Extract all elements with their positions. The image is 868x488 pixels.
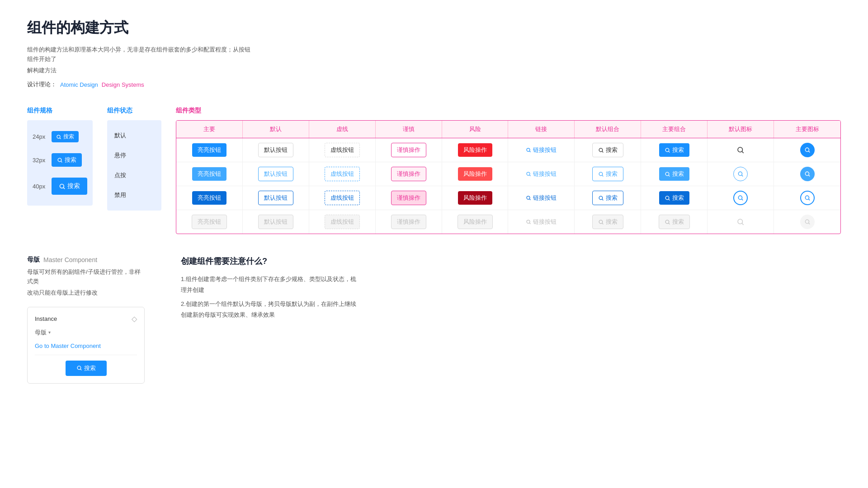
theory-row: 设计理论： Atomic Design Design Systems xyxy=(27,80,841,89)
spec-btn-40[interactable]: 搜索 xyxy=(52,178,87,195)
btn-default-hover[interactable]: 默认按钮 xyxy=(258,167,293,181)
btn-search-default-active[interactable]: 搜索 xyxy=(592,191,623,205)
svg-point-36 xyxy=(527,220,530,223)
cell-primary-hover: 亮亮按钮 xyxy=(176,162,243,186)
svg-line-5 xyxy=(63,188,65,189)
svg-point-28 xyxy=(599,196,603,200)
svg-line-1 xyxy=(60,138,61,139)
spec-btn-32[interactable]: 搜索 xyxy=(52,153,82,167)
svg-point-24 xyxy=(805,172,809,176)
btn-dashed-hover[interactable]: 虚线按钮 xyxy=(325,167,360,181)
btn-warning-hover[interactable]: 谨慎操作 xyxy=(391,167,426,181)
btn-warning-default[interactable]: 谨慎操作 xyxy=(391,143,426,157)
btn-search-default-hover[interactable]: 搜索 xyxy=(592,167,623,181)
cell-search-default-disabled: 搜索 xyxy=(575,210,641,234)
svg-point-20 xyxy=(665,172,669,176)
svg-point-22 xyxy=(738,172,742,176)
svg-point-6 xyxy=(527,148,530,151)
cell-primary-disabled: 亮亮按钮 xyxy=(176,210,243,234)
btn-link-default[interactable]: 链接按钮 xyxy=(524,143,558,157)
btn-search-primary-default[interactable]: 搜索 xyxy=(659,143,689,157)
cell-warning-active: 谨慎操作 xyxy=(376,186,442,210)
btn-dashed-active[interactable]: 虚线按钮 xyxy=(325,191,360,205)
cell-primary-active: 亮亮按钮 xyxy=(176,186,243,210)
cell-search-primary-hover: 搜索 xyxy=(641,162,708,186)
btn-danger-active[interactable]: 风险操作 xyxy=(458,191,492,205)
spec-row-24: 24px 搜索 xyxy=(33,126,87,148)
master-search-btn[interactable]: 搜索 xyxy=(66,361,107,376)
icon-search-default-btn[interactable] xyxy=(735,144,746,156)
btn-default-active[interactable]: 默认按钮 xyxy=(258,191,293,205)
btn-dashed-default[interactable]: 虚线按钮 xyxy=(325,143,360,157)
svg-point-32 xyxy=(738,196,742,200)
cell-danger-default: 风险操作 xyxy=(442,138,509,162)
state-title: 组件状态 xyxy=(107,107,161,115)
cell-default-hover: 默认按钮 xyxy=(243,162,309,186)
cell-search-primary-default: 搜索 xyxy=(641,138,708,162)
btn-link-hover[interactable]: 链接按钮 xyxy=(524,167,558,181)
cell-icon-default-active xyxy=(708,186,774,210)
atomic-design-link[interactable]: Atomic Design xyxy=(60,81,98,88)
icon-circle-primary-hover-btn[interactable] xyxy=(800,167,815,181)
master-section: 母版 Master Component 母版可对所有的副组件/子级进行管控，非样… xyxy=(27,256,145,383)
svg-line-3 xyxy=(61,161,62,162)
btn-primary-hover[interactable]: 亮亮按钮 xyxy=(192,167,226,181)
spec-btn-24[interactable]: 搜索 xyxy=(52,131,79,142)
svg-line-33 xyxy=(742,199,743,201)
btn-link-disabled: 链接按钮 xyxy=(524,215,558,229)
svg-point-26 xyxy=(527,196,530,199)
svg-point-18 xyxy=(599,172,603,176)
state-hover: 悬停 xyxy=(114,145,154,165)
cell-icon-primary-disabled xyxy=(774,210,840,234)
btn-warning-active[interactable]: 谨慎操作 xyxy=(391,191,426,205)
cell-icon-primary-default xyxy=(774,138,840,162)
cell-link-default: 链接按钮 xyxy=(508,138,575,162)
svg-line-35 xyxy=(808,199,810,201)
icon-circle-primary-btn[interactable] xyxy=(800,143,815,157)
instance-icon: ◇ xyxy=(132,314,137,323)
header-link: 链接 xyxy=(508,121,575,138)
btn-default-disabled: 默认按钮 xyxy=(258,215,293,229)
svg-point-12 xyxy=(738,147,743,152)
header-search-primary: 主要组合 xyxy=(641,121,708,138)
cell-default-disabled: 默认按钮 xyxy=(243,210,309,234)
btn-primary-active[interactable]: 亮亮按钮 xyxy=(192,191,226,205)
type-section: 组件类型 主要 默认 虚线 谨慎 风险 链接 默认组合 主要组合 默认图标 主要… xyxy=(176,107,841,234)
type-title: 组件类型 xyxy=(176,107,841,115)
cell-danger-hover: 风险操作 xyxy=(442,162,509,186)
btn-primary-default[interactable]: 亮亮按钮 xyxy=(192,143,226,157)
state-active: 点按 xyxy=(114,165,154,185)
master-subtitle: Master Component xyxy=(43,256,97,263)
svg-point-14 xyxy=(805,148,809,152)
cell-warning-hover: 谨慎操作 xyxy=(376,162,442,186)
cell-search-primary-disabled: 搜索 xyxy=(641,210,708,234)
cell-danger-disabled: 风险操作 xyxy=(442,210,509,234)
cell-dashed-default: 虚线按钮 xyxy=(309,138,376,162)
btn-danger-hover[interactable]: 风险操作 xyxy=(458,167,492,181)
page-title: 组件的构建方式 xyxy=(27,18,841,38)
icon-circle-primary-active-btn[interactable] xyxy=(800,191,815,205)
cell-icon-primary-hover xyxy=(774,162,840,186)
btn-danger-default[interactable]: 风险操作 xyxy=(458,143,492,157)
btn-search-primary-hover[interactable]: 搜索 xyxy=(659,167,689,181)
page-desc2: 解构建方法 xyxy=(27,66,253,75)
design-systems-link[interactable]: Design Systems xyxy=(102,81,144,88)
btn-default-default[interactable]: 默认按钮 xyxy=(258,143,293,157)
svg-line-27 xyxy=(530,199,531,200)
btn-link-active[interactable]: 链接按钮 xyxy=(524,191,558,205)
svg-line-11 xyxy=(669,151,670,152)
table-row: 亮亮按钮 默认按钮 虚线按钮 谨慎操作 风险操作 链接按钮 xyxy=(176,138,840,162)
create-section: 创建组件需要注意什么? 1.组件创建需考虑一个组件类别下存在多少规格、类型以及状… xyxy=(181,256,362,383)
cell-search-default-hover: 搜索 xyxy=(575,162,641,186)
icon-circle-default-active-btn[interactable] xyxy=(733,191,748,205)
btn-search-default-default[interactable]: 搜索 xyxy=(592,143,623,157)
btn-search-primary-active[interactable]: 搜索 xyxy=(659,191,689,205)
instance-header: Instance ◇ xyxy=(35,314,137,323)
table-row: 亮亮按钮 默认按钮 虚线按钮 谨慎操作 风险操作 链接按钮 xyxy=(176,162,840,186)
spec-title: 组件规格 xyxy=(27,107,93,115)
go-to-master-link[interactable]: Go to Master Component xyxy=(35,343,101,349)
header-primary: 主要 xyxy=(176,121,243,138)
icon-circle-default-hover-btn[interactable] xyxy=(733,167,748,181)
svg-line-15 xyxy=(808,151,810,153)
svg-line-7 xyxy=(530,151,531,152)
